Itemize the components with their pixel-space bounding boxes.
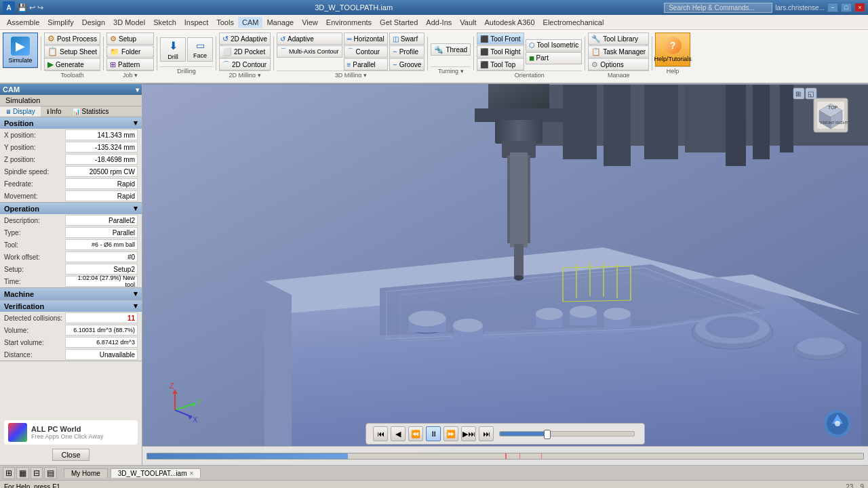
- contour-3d-button[interactable]: ⌒Contour: [344, 45, 388, 58]
- multi-axis-contour-button[interactable]: ⌒Multi-Axis Contour: [277, 45, 342, 58]
- svg-text:TOP: TOP: [828, 105, 838, 110]
- menu-view[interactable]: View: [298, 17, 322, 28]
- menu-add-ins[interactable]: Add-Ins: [422, 17, 456, 28]
- pattern-button[interactable]: ⊞Pattern: [106, 58, 154, 70]
- close-simulation-button[interactable]: Close: [52, 449, 89, 461]
- menu-sketch[interactable]: Sketch: [149, 17, 180, 28]
- redo-btn[interactable]: ↪: [37, 3, 43, 12]
- description-row: Description: Parallel2: [0, 214, 142, 226]
- menu-environments[interactable]: Environments: [322, 17, 376, 28]
- face-button[interactable]: ▭ Face: [187, 37, 213, 62]
- help-group: ? Help/Tutorials Help: [655, 33, 690, 75]
- tool-library-button[interactable]: 🔧Tool Library: [588, 33, 649, 45]
- minimize-button[interactable]: −: [827, 3, 838, 12]
- collision-marker-2: [541, 453, 542, 459]
- folder-button[interactable]: 📁Folder: [106, 45, 154, 58]
- close-button[interactable]: ×: [854, 3, 865, 12]
- undo-btn[interactable]: ↩: [29, 3, 35, 12]
- tab-statistics[interactable]: 📊 Statistics: [67, 106, 115, 117]
- 2d-adaptive-button[interactable]: ↺2D Adaptive: [219, 33, 271, 45]
- playback-progress-thumb[interactable]: [544, 430, 551, 439]
- tab-file[interactable]: 3D_W_TOOLPAT...iam ×: [111, 468, 201, 478]
- playback-next-button[interactable]: ▶⏭: [461, 426, 476, 441]
- menu-a360[interactable]: Autodesk A360: [481, 17, 539, 28]
- 2d-contour-button[interactable]: ⌒2D Contour: [219, 58, 271, 70]
- simulate-button[interactable]: ▶ Simulate: [3, 33, 38, 68]
- view-options-icon-4[interactable]: ▤: [44, 467, 57, 479]
- tab-info[interactable]: ℹ Info: [41, 106, 68, 117]
- tab-display[interactable]: 🖥 Display: [0, 106, 41, 117]
- svg-point-50: [514, 275, 524, 281]
- menu-electro[interactable]: Electromechanical: [539, 17, 608, 28]
- playback-prev-fast-button[interactable]: ⏪: [408, 426, 423, 441]
- verification-header[interactable]: Verification ▾: [0, 300, 142, 312]
- menu-vault[interactable]: Vault: [456, 17, 480, 28]
- divider-3: [157, 37, 157, 70]
- menu-manage[interactable]: Manage: [262, 17, 298, 28]
- menu-tools[interactable]: Tools: [212, 17, 238, 28]
- thread-button[interactable]: 🔩Thread: [431, 43, 471, 56]
- movement-row: Movement: Rapid: [0, 190, 142, 202]
- main-progress-track[interactable]: [146, 453, 864, 460]
- help-tutorials-button[interactable]: ? Help/Tutorials: [655, 33, 690, 66]
- drill-button[interactable]: ⬇ Drill: [160, 37, 186, 62]
- svg-rect-45: [495, 120, 542, 144]
- setup-button[interactable]: ⚙Setup: [106, 33, 154, 45]
- operation-section: Operation ▾ Description: Parallel2 Type:…: [0, 203, 142, 288]
- horizontal-button[interactable]: ═Horizontal: [344, 33, 388, 45]
- turning-label: Turning ▾: [431, 66, 471, 75]
- menu-inspect[interactable]: Inspect: [180, 17, 212, 28]
- tool-front-button[interactable]: ⬛Tool Front: [477, 33, 524, 45]
- position-header[interactable]: Position ▾: [0, 117, 142, 129]
- task-manager-button[interactable]: 📋Task Manager: [588, 45, 649, 58]
- menu-simplify[interactable]: Simplify: [43, 17, 78, 28]
- menu-bar: Assemble Simplify Design 3D Model Sketch…: [0, 15, 868, 30]
- menu-3dmodel[interactable]: 3D Model: [109, 17, 149, 28]
- svg-text:FRONT: FRONT: [821, 121, 835, 125]
- playback-skip-end-button[interactable]: ⏭: [479, 426, 494, 441]
- viewport[interactable]: Y X Z TOP FRONT RIGHT: [142, 84, 868, 465]
- tool-right-button[interactable]: ⬛Tool Right: [477, 45, 524, 58]
- drilling-group: ⬇ Drill ▭ Face Drilling: [160, 33, 213, 75]
- menu-get-started[interactable]: Get Started: [376, 17, 422, 28]
- divider-9: [652, 37, 652, 70]
- maximize-button[interactable]: □: [841, 3, 852, 12]
- save-btn[interactable]: 💾: [18, 3, 27, 12]
- part-button[interactable]: ◼Part: [526, 52, 583, 64]
- setup-sheet-button[interactable]: 📋 Setup Sheet: [44, 45, 100, 58]
- verification-collapse-icon: ▾: [134, 302, 138, 310]
- machine-header[interactable]: Machine ▾: [0, 288, 142, 300]
- search-box[interactable]: Search Help & Commands...: [664, 3, 772, 13]
- x-position-value: 141.343 mm: [65, 129, 138, 140]
- time-row: Time: 1:02:04 (27.9%) New tool: [0, 275, 142, 287]
- generate-button[interactable]: ▶ Generate: [44, 58, 100, 70]
- tab-close-icon[interactable]: ×: [190, 470, 194, 477]
- menu-assemble[interactable]: Assemble: [3, 17, 43, 28]
- playback-next-fast-button[interactable]: ⏩: [443, 426, 458, 441]
- playback-prev-button[interactable]: ◀: [391, 426, 406, 441]
- post-process-button[interactable]: ⚙ Post Process: [44, 33, 100, 45]
- divider-7: [473, 37, 474, 70]
- parallel-button[interactable]: ≡Parallel: [344, 58, 388, 70]
- main-layout: CAM ▾ Simulation 🖥 Display ℹ Info 📊 Stat…: [0, 84, 868, 465]
- view-options-icon-3[interactable]: ⊟: [31, 467, 43, 479]
- playback-pause-button[interactable]: ⏸: [426, 426, 441, 441]
- tool-top-button[interactable]: ⬛Tool Top: [477, 58, 524, 70]
- playback-skip-start-button[interactable]: ⏮: [373, 426, 388, 441]
- groove-button[interactable]: ⌣Groove: [389, 58, 425, 70]
- adaptive-button[interactable]: ↺Adaptive: [277, 33, 342, 45]
- tab-home[interactable]: My Home: [64, 468, 108, 478]
- operation-header[interactable]: Operation ▾: [0, 203, 142, 214]
- swarf-button[interactable]: ◫Swarf: [389, 33, 425, 45]
- view-options-icon-2[interactable]: ▦: [16, 467, 29, 479]
- menu-cam[interactable]: CAM: [238, 17, 262, 28]
- playback-progress-track[interactable]: [499, 431, 635, 436]
- toolpath-group: ⚙ Post Process 📋 Setup Sheet ▶ Generate …: [44, 33, 100, 75]
- tool-isometric-button[interactable]: ⬡Tool Isometric: [526, 39, 583, 52]
- options-button[interactable]: ⚙Options: [588, 58, 649, 70]
- menu-design[interactable]: Design: [78, 17, 109, 28]
- 2d-pocket-button[interactable]: ⬜2D Pocket: [219, 45, 271, 58]
- profile-button[interactable]: ⌢Profile: [389, 45, 425, 58]
- job-group: ⚙Setup 📁Folder ⊞Pattern Job ▾: [106, 33, 154, 75]
- view-options-icon-1[interactable]: ⊞: [3, 467, 15, 479]
